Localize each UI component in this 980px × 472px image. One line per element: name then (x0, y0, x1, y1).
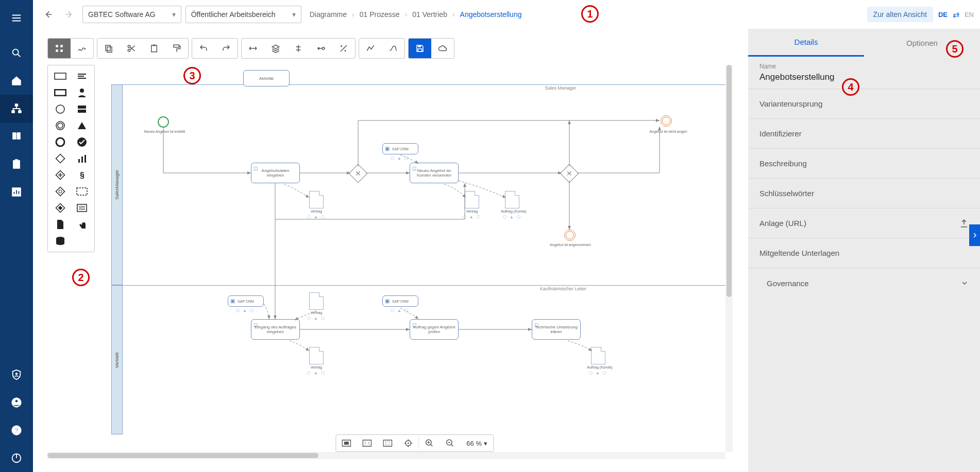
palette-paragraph[interactable]: § (72, 167, 92, 183)
palette-diamond-dark[interactable] (50, 200, 71, 216)
nav-catalog[interactable] (0, 123, 33, 150)
lang-de[interactable]: DE (938, 11, 948, 19)
palette-diamond-filled[interactable] (50, 184, 71, 199)
lang-en[interactable]: EN (965, 11, 974, 19)
palette-circle-double[interactable] (50, 118, 71, 133)
task-b1[interactable]: ◻Eingang des Auftrages eingeben (251, 319, 300, 340)
panel-expand-button[interactable] (969, 224, 980, 246)
zoom-in-button[interactable] (419, 434, 440, 452)
gateway-1[interactable]: ✕ (349, 164, 368, 183)
doc-vertrag-2[interactable] (465, 191, 479, 208)
mode-freehand-button[interactable] (71, 38, 93, 59)
field-identifier[interactable]: Identifizierer (748, 119, 980, 149)
copy-button[interactable] (97, 38, 120, 59)
fit-page-button[interactable] (357, 434, 377, 452)
nav-help[interactable]: ? (0, 416, 33, 444)
palette-server[interactable] (72, 101, 92, 117)
zoom-level[interactable]: 66 % ▾ (460, 434, 493, 452)
palette-warning[interactable] (72, 118, 92, 133)
palette-database[interactable] (50, 233, 71, 249)
doc-auftrag-2[interactable] (591, 347, 605, 364)
mode-grid-button[interactable] (48, 38, 71, 59)
align-button[interactable] (287, 38, 310, 59)
field-related[interactable]: Mitgeltende Unterlagen (748, 238, 980, 268)
palette-document[interactable] (50, 217, 71, 232)
redo-button[interactable] (215, 38, 238, 59)
magic-button[interactable] (332, 38, 355, 59)
locate-button[interactable] (398, 434, 418, 452)
task-b2[interactable]: ◻Auftrag gegen Angebot prüfen (410, 319, 459, 340)
palette-person[interactable] (72, 85, 92, 100)
palette-touch[interactable] (72, 217, 92, 232)
palette-rect-dashed[interactable] (72, 184, 92, 199)
gateway-2[interactable]: ✕ (560, 164, 579, 183)
nav-power[interactable] (0, 444, 33, 472)
doc-vertrag-3[interactable] (309, 292, 324, 310)
nav-profile[interactable] (0, 389, 33, 416)
field-description[interactable]: Beschreibung (748, 149, 980, 179)
field-variant[interactable]: Variantenursprung (748, 89, 980, 119)
cut-button[interactable] (120, 38, 143, 59)
palette-bars[interactable] (72, 151, 92, 166)
palette-diamond-plus[interactable] (50, 167, 71, 183)
breadcrumb-current[interactable]: Angebotserstellung (460, 10, 522, 19)
intermediate-event[interactable] (564, 230, 576, 241)
sap-object-1[interactable]: ▣SAP CRM (382, 143, 418, 154)
horizontal-scrollbar[interactable] (47, 452, 725, 459)
layers-button[interactable] (264, 38, 287, 59)
line-button[interactable] (359, 38, 382, 59)
workspace-dropdown[interactable]: Öffentlicher Arbeitsbereich ▾ (185, 6, 301, 23)
palette-circle-bold[interactable] (50, 134, 71, 150)
cloud-button[interactable] (431, 38, 454, 59)
start-event[interactable] (158, 116, 169, 128)
task-a1[interactable]: ◻Angebotsdaten eingeben (251, 163, 300, 183)
template-activity[interactable]: Aktivität (243, 70, 290, 86)
end-event-rejected[interactable] (661, 115, 672, 127)
nav-tasks[interactable] (0, 150, 33, 178)
nav-search[interactable] (0, 39, 33, 67)
palette-lines[interactable] (72, 68, 92, 84)
save-button[interactable] (409, 38, 431, 59)
nav-diagrams[interactable] (0, 95, 33, 123)
paste-button[interactable] (143, 38, 165, 59)
breadcrumb-item[interactable]: 01 Prozesse (360, 10, 400, 19)
back-button[interactable] (39, 6, 57, 23)
field-name[interactable]: Name Angebotserstellung (748, 57, 980, 89)
palette-check-circle[interactable] (72, 134, 92, 150)
nav-admin[interactable] (0, 361, 33, 389)
tenant-dropdown[interactable]: GBTEC Software AG ▾ (82, 6, 181, 23)
old-view-button[interactable]: Zur alten Ansicht (867, 7, 933, 22)
task-a2[interactable]: ◻Neues Angebot an Kunden versenden (410, 163, 459, 183)
palette-circle-thin[interactable] (50, 101, 71, 117)
curve-button[interactable] (382, 38, 404, 59)
zoom-out-button[interactable] (440, 434, 460, 452)
diagram-canvas[interactable]: SalesManager Vertrieb Sales Manager Kauf… (99, 65, 731, 456)
palette-list[interactable] (72, 200, 92, 216)
doc-vertrag-1[interactable] (309, 191, 324, 208)
breadcrumb-item[interactable]: Diagramme (310, 10, 347, 19)
undo-button[interactable] (192, 38, 215, 59)
nav-menu[interactable] (0, 4, 33, 32)
palette-rect-outline[interactable] (50, 68, 71, 84)
connector-button[interactable] (310, 38, 332, 59)
format-painter-button[interactable] (165, 38, 188, 59)
forward-button[interactable] (61, 6, 78, 23)
swap-icon[interactable]: ⇄ (953, 10, 959, 20)
fit-width-button[interactable] (336, 434, 357, 452)
doc-vertrag-4[interactable] (309, 347, 324, 364)
field-governance[interactable]: Governance (748, 268, 980, 298)
sap-object-2[interactable]: ▣SAP CRM (228, 295, 264, 307)
doc-auftrag-1[interactable] (505, 191, 519, 208)
tab-details[interactable]: Details (748, 29, 864, 57)
breadcrumb-item[interactable]: 01 Vertrieb (412, 10, 447, 19)
sap-object-3[interactable]: ▣SAP CRM (382, 295, 418, 307)
fit-selection-button[interactable] (377, 434, 398, 452)
vertical-scrollbar[interactable] (725, 65, 733, 452)
stretch-button[interactable] (242, 38, 264, 59)
palette-diamond[interactable] (50, 151, 71, 166)
nav-reports[interactable] (0, 178, 33, 206)
field-keywords[interactable]: Schlüsselwörter (748, 179, 980, 208)
field-attachment[interactable]: Anlage (URL) (748, 208, 980, 238)
task-b3[interactable]: ◻Technische Umsetzung klären (532, 319, 581, 340)
nav-home[interactable] (0, 67, 33, 95)
